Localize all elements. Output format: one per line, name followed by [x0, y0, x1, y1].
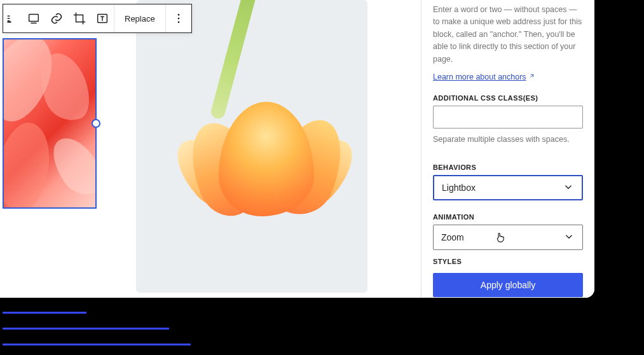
styles-label: STYLES: [433, 258, 583, 265]
chevron-down-icon: [563, 231, 575, 244]
svg-point-6: [177, 18, 179, 20]
svg-point-1: [9, 22, 10, 22]
image-block-selected[interactable]: [3, 38, 97, 209]
decorative-lines: [3, 312, 191, 355]
css-classes-help: Separate multiple classes with spaces.: [433, 134, 583, 146]
resize-handle-right[interactable]: [92, 119, 100, 128]
external-link-icon: [528, 73, 535, 81]
toolbar-group-transform: [3, 4, 114, 32]
animation-value: Zoom: [441, 232, 464, 242]
deco-line: [3, 328, 169, 330]
svg-rect-3: [29, 15, 39, 22]
apply-globally-button[interactable]: Apply globally: [433, 273, 583, 297]
deco-line: [3, 344, 191, 345]
svg-point-0: [8, 22, 8, 22]
cursor-pointer-icon: [495, 232, 506, 245]
svg-point-2: [10, 22, 11, 22]
learn-anchors-label: Learn more about anchors: [433, 73, 526, 81]
editor-canvas[interactable]: Replace: [0, 0, 421, 298]
behaviors-label: BEHAVIORS: [433, 164, 583, 171]
animation-select[interactable]: Zoom: [433, 225, 583, 250]
svg-point-5: [177, 14, 179, 16]
editor-window: Replace: [0, 0, 594, 298]
animation-label: ANIMATION: [433, 213, 583, 221]
block-toolbar: Replace: [3, 4, 192, 33]
svg-point-7: [177, 22, 179, 24]
link-icon[interactable]: [45, 4, 68, 32]
image-pink-flower: [4, 39, 95, 207]
tulip-head: [193, 99, 339, 232]
align-icon[interactable]: [3, 4, 22, 32]
inspector-sidebar: Enter a word or two — without spaces — t…: [421, 0, 594, 298]
behaviors-value: Lightbox: [442, 183, 476, 193]
anchor-help-text: Enter a word or two — without spaces — t…: [433, 4, 583, 66]
deco-line: [3, 312, 86, 314]
crop-icon[interactable]: [68, 4, 91, 32]
css-classes-input[interactable]: [433, 106, 583, 129]
replace-button[interactable]: Replace: [114, 4, 166, 32]
image-block-tulip[interactable]: [136, 0, 367, 293]
behaviors-select[interactable]: Lightbox: [433, 175, 583, 200]
learn-anchors-link[interactable]: Learn more about anchors: [433, 73, 535, 81]
css-classes-label: ADDITIONAL CSS CLASS(ES): [433, 94, 583, 102]
text-overlay-icon[interactable]: [91, 4, 114, 32]
chevron-down-icon: [563, 181, 574, 195]
caption-icon[interactable]: [22, 4, 45, 32]
more-options-icon[interactable]: [166, 4, 191, 32]
